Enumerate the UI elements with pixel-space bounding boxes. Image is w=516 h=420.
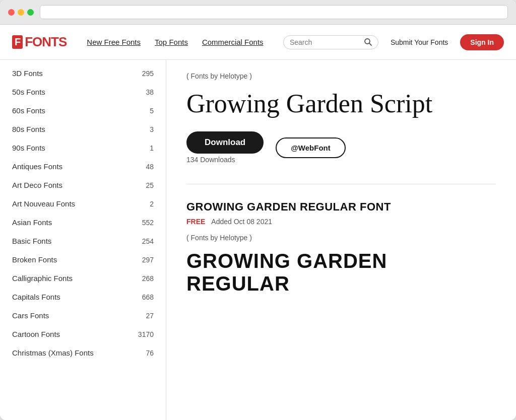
sidebar-item-count: 254	[142, 237, 154, 245]
sidebar-item-count: 25	[146, 181, 154, 189]
sidebar-item-label: 50s Fonts	[12, 88, 45, 96]
sidebar-item-label: 3D Fonts	[12, 69, 43, 78]
content-area: ( Fonts by Helotype ) Growing Garden Scr…	[166, 60, 516, 420]
sidebar-item-label: Asian Fonts	[12, 218, 52, 227]
sidebar-item-label: Christmas (Xmas) Fonts	[12, 348, 94, 357]
webfont-button[interactable]: @WebFont	[276, 137, 346, 158]
font-actions: Download 134 Downloads @WebFont	[186, 131, 496, 164]
sidebar-item[interactable]: 3D Fonts 295	[0, 64, 166, 83]
sidebar-item-count: 2	[150, 200, 154, 208]
minimize-button[interactable]	[18, 9, 24, 16]
sidebar-item-label: 80s Fonts	[12, 125, 45, 133]
logo-text: FONTS	[25, 34, 67, 50]
submit-fonts-link[interactable]: Submit Your Fonts	[391, 38, 448, 46]
font-entry-script: ( Fonts by Helotype ) Growing Garden Scr…	[186, 72, 496, 184]
free-badge: FREE	[186, 218, 205, 226]
main-layout: 3D Fonts 295 50s Fonts 38 60s Fonts 5 80…	[0, 60, 516, 420]
sidebar-item[interactable]: 50s Fonts 38	[0, 83, 166, 101]
font-title: GROWING GARDEN REGULAR FONT	[186, 200, 496, 214]
font-preview-script: Growing Garden Script	[186, 88, 496, 119]
download-button[interactable]: Download	[186, 131, 264, 154]
address-bar[interactable]	[40, 5, 508, 19]
browser-chrome	[0, 0, 516, 25]
nav-new-free-fonts[interactable]: New Free Fonts	[87, 38, 141, 46]
sidebar-item-label: 60s Fonts	[12, 106, 45, 115]
font-meta: FREE Added Oct 08 2021	[186, 218, 496, 226]
search-input[interactable]	[290, 38, 360, 46]
sidebar-item[interactable]: Cars Fonts 27	[0, 306, 166, 325]
font-date: Added Oct 08 2021	[211, 218, 272, 226]
sidebar-item-label: 90s Fonts	[12, 144, 45, 152]
sidebar-item-count: 295	[142, 69, 154, 78]
font-entry-regular: GROWING GARDEN REGULAR FONT FREE Added O…	[186, 200, 496, 311]
nav-top-fonts[interactable]: Top Fonts	[155, 38, 188, 46]
sidebar-item[interactable]: Antiques Fonts 48	[0, 157, 166, 176]
search-box	[283, 35, 378, 49]
search-button[interactable]	[364, 38, 372, 46]
sidebar-item[interactable]: 80s Fonts 3	[0, 120, 166, 138]
sidebar-item-count: 3170	[138, 330, 154, 338]
sidebar-item-count: 268	[142, 274, 154, 283]
sidebar-item-label: Cars Fonts	[12, 311, 49, 320]
sidebar-item[interactable]: Art Nouveau Fonts 2	[0, 194, 166, 213]
sidebar-item[interactable]: Cartoon Fonts 3170	[0, 325, 166, 343]
sidebar-item-label: Calligraphic Fonts	[12, 274, 73, 283]
maximize-button[interactable]	[27, 9, 34, 16]
sidebar-item[interactable]: Capitals Fonts 668	[0, 288, 166, 306]
sidebar-item-count: 48	[146, 163, 154, 171]
site-header: F FONTS New Free Fonts Top Fonts Commerc…	[0, 25, 516, 60]
sidebar-item-label: Antiques Fonts	[12, 162, 62, 171]
sidebar-item[interactable]: Asian Fonts 552	[0, 213, 166, 232]
sidebar-item-count: 1	[150, 144, 154, 152]
sidebar-item[interactable]: Calligraphic Fonts 268	[0, 269, 166, 288]
logo[interactable]: F FONTS	[12, 34, 67, 50]
main-nav: New Free Fonts Top Fonts Commercial Font…	[87, 38, 263, 46]
sidebar-item-count: 552	[142, 219, 154, 227]
svg-line-1	[369, 43, 371, 45]
signin-button[interactable]: Sign In	[460, 34, 504, 50]
sidebar-item[interactable]: Art Deco Fonts 25	[0, 176, 166, 194]
sidebar-item-label: Basic Fonts	[12, 237, 51, 245]
font-byline-2: ( Fonts by Helotype )	[186, 234, 496, 242]
sidebar-item[interactable]: Christmas (Xmas) Fonts 76	[0, 343, 166, 362]
logo-icon: F	[12, 35, 23, 49]
sidebar-item-count: 668	[142, 293, 154, 301]
nav-commercial-fonts[interactable]: Commercial Fonts	[202, 38, 264, 46]
sidebar-item-count: 297	[142, 256, 154, 264]
sidebar-item-count: 27	[146, 312, 154, 320]
sidebar-item-label: Cartoon Fonts	[12, 330, 60, 338]
sidebar-item[interactable]: 60s Fonts 5	[0, 101, 166, 120]
sidebar-item-count: 5	[150, 107, 154, 115]
sidebar-item-count: 76	[146, 349, 154, 357]
close-button[interactable]	[8, 9, 15, 16]
sidebar-item-count: 38	[146, 88, 154, 96]
sidebar-item-label: Capitals Fonts	[12, 293, 60, 301]
sidebar: 3D Fonts 295 50s Fonts 38 60s Fonts 5 80…	[0, 60, 166, 420]
font-byline-1: ( Fonts by Helotype )	[186, 72, 496, 80]
sidebar-item-label: Art Nouveau Fonts	[12, 199, 75, 208]
sidebar-item-label: Art Deco Fonts	[12, 181, 62, 189]
sidebar-item[interactable]: 90s Fonts 1	[0, 138, 166, 157]
sidebar-item-label: Broken Fonts	[12, 255, 57, 264]
sidebar-item-count: 3	[150, 125, 154, 133]
font-preview-regular: GROWING GARDEN REGULAR	[186, 250, 496, 295]
download-count: 134 Downloads	[186, 156, 264, 164]
sidebar-item[interactable]: Broken Fonts 297	[0, 250, 166, 269]
traffic-lights	[8, 9, 34, 16]
sidebar-item[interactable]: Basic Fonts 254	[0, 232, 166, 250]
